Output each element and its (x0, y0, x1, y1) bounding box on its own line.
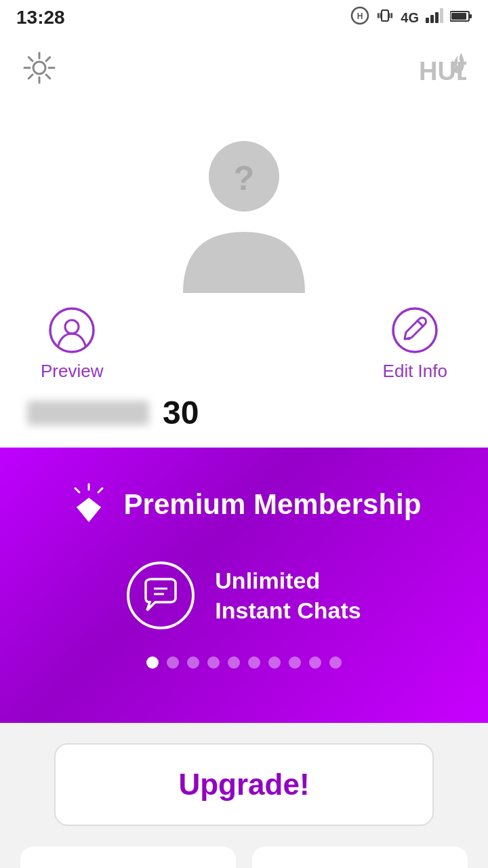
diamond-icon (67, 481, 110, 528)
svg-rect-4 (391, 13, 392, 18)
preview-label: Preview (41, 361, 103, 382)
svg-rect-3 (378, 13, 379, 18)
upgrade-label: Upgrade! (178, 768, 309, 801)
vibrate-icon (376, 7, 394, 28)
svg-text:H: H (357, 12, 363, 21)
svg-rect-12 (451, 13, 466, 20)
hud-status-icon: H (350, 6, 369, 29)
profile-section: ? Preview Edit Info (0, 103, 488, 448)
dot-2[interactable] (167, 656, 179, 669)
svg-point-28 (393, 309, 436, 352)
premium-title: Premium Membership (124, 488, 422, 521)
chat-bubble-icon (127, 561, 195, 629)
4g-icon: 4G (401, 10, 419, 26)
dot-7[interactable] (268, 656, 281, 669)
svg-line-22 (28, 75, 33, 79)
boost-card[interactable]: Boost Get 10x the exposure (20, 846, 236, 868)
profile-info-row: 30 (0, 382, 488, 448)
feature-line-2: Instant Chats (215, 595, 361, 625)
avatar: ? (149, 110, 339, 300)
carousel-dots (146, 656, 342, 669)
svg-rect-10 (440, 8, 443, 23)
edit-info-label: Edit Info (383, 361, 447, 382)
dot-8[interactable] (289, 656, 301, 669)
svg-text:?: ? (234, 159, 255, 197)
feature-cards: Boost Get 10x the exposure Priority Chat… (0, 846, 488, 868)
svg-line-19 (28, 57, 33, 61)
dot-3[interactable] (187, 656, 199, 669)
svg-rect-8 (430, 15, 434, 23)
svg-point-26 (50, 309, 94, 352)
feature-line-1: Unlimited (215, 566, 361, 595)
upgrade-btn-container: Upgrade! (0, 723, 488, 846)
svg-rect-2 (382, 10, 388, 21)
preview-button[interactable]: Preview (41, 307, 103, 382)
profile-actions: Preview Edit Info (0, 307, 488, 382)
battery-icon (450, 9, 472, 26)
dot-6[interactable] (248, 656, 260, 669)
upgrade-button[interactable]: Upgrade! (54, 743, 434, 826)
svg-rect-9 (435, 12, 439, 23)
svg-rect-6 (390, 13, 391, 18)
dot-5[interactable] (228, 656, 240, 669)
hud-logo: HUD (412, 47, 466, 91)
svg-line-32 (75, 488, 79, 492)
profile-age: 30 (163, 394, 199, 431)
dot-4[interactable] (207, 656, 220, 669)
premium-header: Premium Membership (67, 481, 422, 528)
svg-marker-35 (77, 498, 101, 507)
settings-button[interactable] (22, 50, 57, 88)
dot-9[interactable] (309, 656, 321, 669)
svg-line-29 (417, 320, 424, 327)
dot-10[interactable] (329, 656, 342, 669)
header: HUD (0, 35, 488, 103)
svg-rect-5 (380, 13, 381, 18)
svg-line-21 (46, 57, 50, 61)
priority-chats-card[interactable]: Priority Chats Be top of your matches in… (252, 846, 468, 868)
signal-icon (426, 8, 443, 27)
svg-rect-13 (470, 14, 472, 18)
svg-line-33 (98, 488, 102, 492)
feature-text: Unlimited Instant Chats (215, 566, 361, 625)
edit-info-button[interactable]: Edit Info (383, 307, 447, 382)
dot-1[interactable] (146, 656, 159, 669)
svg-point-27 (65, 320, 79, 334)
profile-name-blurred (27, 401, 149, 425)
svg-line-20 (46, 75, 50, 79)
premium-section: Premium Membership Unlimited Instant Cha… (0, 448, 488, 723)
premium-feature: Unlimited Instant Chats (127, 561, 361, 629)
status-icons: H 4G (350, 6, 472, 29)
status-bar: 13:28 H 4G (0, 0, 488, 35)
status-time: 13:28 (16, 7, 65, 28)
svg-rect-7 (426, 18, 429, 23)
svg-point-14 (33, 62, 45, 74)
